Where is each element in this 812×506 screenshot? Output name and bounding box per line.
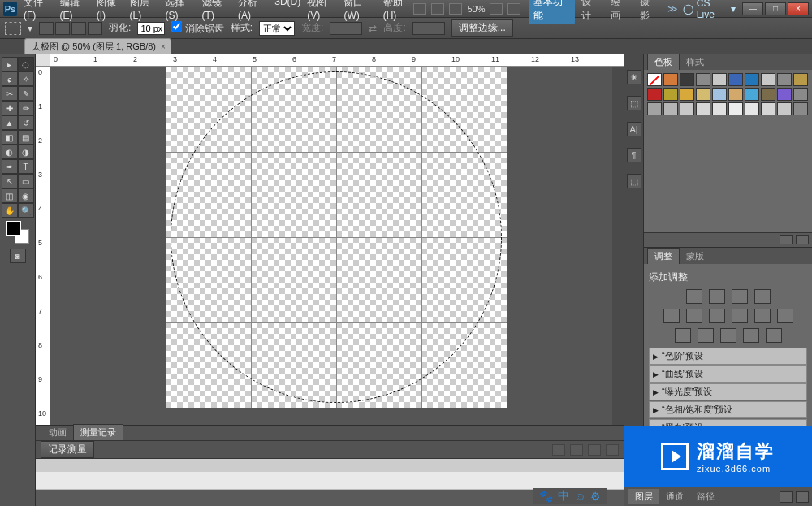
swatch-17[interactable] xyxy=(761,88,775,101)
document-tab[interactable]: 太极图 @ 50% (图层 1, RGB/8) × xyxy=(24,38,171,54)
tab-masks[interactable]: 蒙版 xyxy=(680,249,710,264)
history-brush-tool[interactable]: ↺ xyxy=(18,115,34,130)
ime-icon-4[interactable]: ⚙ xyxy=(590,490,601,503)
close-tab-icon[interactable]: × xyxy=(161,42,166,51)
swatch-27[interactable] xyxy=(761,102,775,115)
dock-character-icon[interactable]: A| xyxy=(627,122,641,136)
swatch-26[interactable] xyxy=(745,102,759,115)
swatch-24[interactable] xyxy=(712,102,727,115)
meas-icon-3[interactable] xyxy=(588,444,601,456)
swatch-11[interactable] xyxy=(663,88,678,101)
menu-help[interactable]: 帮助(H) xyxy=(383,0,414,21)
feather-input[interactable] xyxy=(137,22,165,35)
adjust-preset[interactable]: ▶“色阶”预设 xyxy=(649,348,807,365)
swatch-4[interactable] xyxy=(712,73,727,86)
record-measurement-button[interactable]: 记录测量 xyxy=(41,441,94,458)
adjust-icon[interactable] xyxy=(675,328,691,343)
ruler-vertical[interactable]: 012345678910 xyxy=(36,67,50,462)
swatch-7[interactable] xyxy=(761,73,775,86)
dock-paragraph-icon[interactable]: ¶ xyxy=(627,148,641,162)
gradient-tool[interactable]: ▤ xyxy=(18,130,34,145)
style-select[interactable]: 正常 xyxy=(259,21,295,36)
swatch-3[interactable] xyxy=(696,73,710,86)
workspace-tab-painting[interactable]: 绘画 xyxy=(606,0,633,24)
adjust-icon[interactable] xyxy=(709,289,725,304)
color-swatches[interactable] xyxy=(6,221,29,244)
swatch-16[interactable] xyxy=(745,88,759,101)
window-minimize-button[interactable]: — xyxy=(742,2,763,15)
workspace-tab-photography[interactable]: 摄影 xyxy=(635,0,663,24)
selection-subtract-icon[interactable] xyxy=(71,22,86,35)
tab-swatches[interactable]: 色板 xyxy=(647,54,680,70)
swatch-20[interactable] xyxy=(647,102,662,115)
3d-camera-tool[interactable]: ◉ xyxy=(18,188,34,203)
adjust-icon[interactable] xyxy=(698,328,714,343)
ruler-horizontal[interactable]: 012345678910111213 xyxy=(50,54,624,67)
tab-animation[interactable]: 动画 xyxy=(42,425,73,440)
adjust-icon[interactable] xyxy=(743,328,759,343)
tab-styles[interactable]: 样式 xyxy=(680,54,710,70)
menu-file[interactable]: 文件(F) xyxy=(24,0,54,21)
adjust-icon[interactable] xyxy=(766,328,782,343)
selection-add-icon[interactable] xyxy=(55,22,70,35)
swatch-19[interactable] xyxy=(793,88,808,101)
swatch-10[interactable] xyxy=(647,88,662,101)
quickmask-toggle[interactable]: ◙ xyxy=(10,249,26,263)
menu-image[interactable]: 图像(I) xyxy=(97,0,123,21)
swatch-18[interactable] xyxy=(777,88,792,101)
eraser-tool[interactable]: ◧ xyxy=(2,130,18,145)
3d-tool[interactable]: ◫ xyxy=(2,188,18,203)
eyedropper-tool[interactable]: ✎ xyxy=(18,86,34,101)
tab-layers[interactable]: 图层 xyxy=(628,489,659,504)
tab-adjustments[interactable]: 调整 xyxy=(647,248,680,264)
tool-preset-icon[interactable] xyxy=(5,22,21,35)
layers-icon-1[interactable] xyxy=(780,491,793,503)
ruler-origin[interactable] xyxy=(36,54,50,67)
swatch-8[interactable] xyxy=(777,73,792,86)
workspace-tab-essentials[interactable]: 基本功能 xyxy=(529,0,574,24)
selection-intersect-icon[interactable] xyxy=(88,22,102,35)
lasso-tool[interactable]: ɕ xyxy=(2,71,18,86)
adjust-icon[interactable] xyxy=(686,289,702,304)
layers-icon-2[interactable] xyxy=(796,491,809,503)
dock-histogram-icon[interactable]: ⬚ xyxy=(627,96,641,110)
swatch-15[interactable] xyxy=(728,88,743,101)
adjust-preset[interactable]: ▶“曲线”预设 xyxy=(649,365,807,383)
menu-edit[interactable]: 编辑(E) xyxy=(60,0,90,21)
screen-mode-icon[interactable] xyxy=(508,3,520,15)
swatch-14[interactable] xyxy=(712,88,727,101)
view-extras-icon[interactable] xyxy=(449,3,462,15)
dodge-tool[interactable]: ◑ xyxy=(18,145,34,159)
menu-filter[interactable]: 滤镜(T) xyxy=(202,0,232,21)
zoom-tool[interactable]: 🔍 xyxy=(18,203,34,218)
pen-tool[interactable]: ✒ xyxy=(2,159,18,174)
tab-measurement-log[interactable]: 测量记录 xyxy=(73,424,123,440)
tab-channels[interactable]: 通道 xyxy=(659,489,690,504)
dock-clone-icon[interactable]: ⬚ xyxy=(627,174,641,188)
zoom-level-dropdown[interactable]: 50% xyxy=(467,4,485,14)
stamp-tool[interactable]: ▲ xyxy=(2,115,18,130)
menu-3d[interactable]: 3D(D) xyxy=(274,0,300,21)
swatch-9[interactable] xyxy=(793,73,808,86)
adjust-preset[interactable]: ▶“曝光度”预设 xyxy=(649,383,807,400)
swatch-13[interactable] xyxy=(696,88,710,101)
brush-tool[interactable]: ✏ xyxy=(18,101,34,115)
swatch-2[interactable] xyxy=(680,73,694,86)
adjust-icon[interactable] xyxy=(754,289,771,304)
marquee-tool[interactable]: ◌ xyxy=(18,57,34,71)
antialias-checkbox[interactable]: 消除锯齿 xyxy=(171,21,223,36)
hand-tool[interactable]: ✋ xyxy=(2,203,18,218)
menu-window[interactable]: 窗口(W) xyxy=(343,0,376,21)
adjust-icon[interactable] xyxy=(720,328,736,343)
adjust-icon[interactable] xyxy=(709,309,725,323)
swatch-28[interactable] xyxy=(777,102,792,115)
quick-select-tool[interactable]: ✧ xyxy=(18,71,34,86)
blur-tool[interactable]: ◐ xyxy=(2,145,18,159)
meas-row[interactable] xyxy=(36,472,624,490)
swatch-1[interactable] xyxy=(663,73,678,86)
swatch-21[interactable] xyxy=(663,102,678,115)
meas-trash-icon[interactable] xyxy=(606,444,619,456)
swatch-0[interactable] xyxy=(647,73,662,86)
swatch-29[interactable] xyxy=(793,102,808,115)
window-maximize-button[interactable]: □ xyxy=(765,2,786,15)
